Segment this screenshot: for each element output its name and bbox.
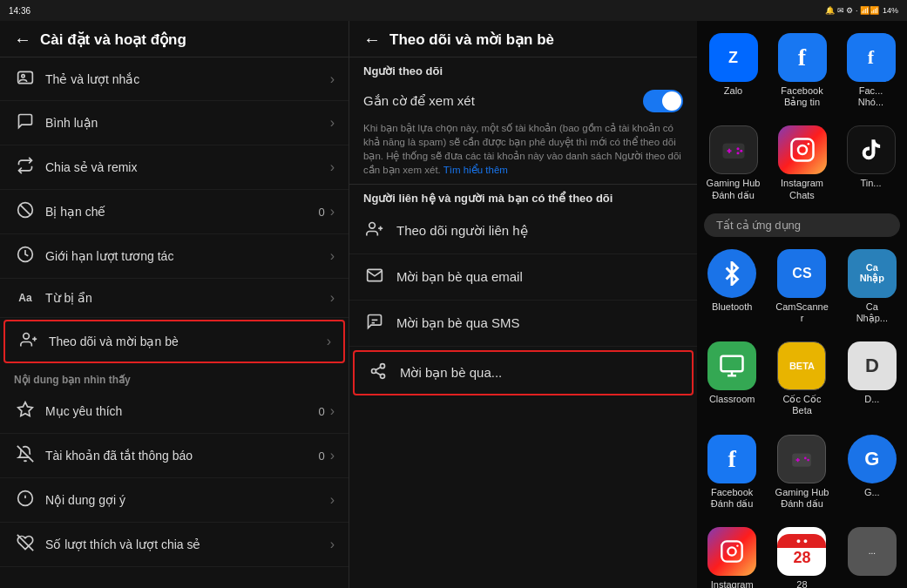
bottom-menu-item-muc-yeu-thich[interactable]: Mục yêu thích 0 › xyxy=(0,389,349,434)
muc-yeu-thich-label: Mục yêu thích xyxy=(45,404,318,418)
svg-point-1 xyxy=(22,75,24,78)
bottom-menu-item-so-luot-thich[interactable]: Số lượt thích và lượt chia sẻ › xyxy=(0,523,349,567)
bottom-menu-item-tat-thong-bao[interactable]: Tài khoản đã tắt thông báo 0 › xyxy=(0,434,349,478)
chia-se-label: Chia sẻ và remix xyxy=(45,160,330,174)
bi-han-che-label: Bị hạn chế xyxy=(45,205,318,219)
back-icon[interactable]: ← xyxy=(14,30,31,50)
app-item-calendar[interactable]: ● ● 28 28 xyxy=(767,518,836,588)
the-label: Thẻ và lượt nhắc xyxy=(45,72,330,86)
app-item-ca-nhap[interactable]: CaNhập CaNhập... xyxy=(837,240,907,333)
svg-point-43 xyxy=(736,544,738,546)
facebook-news-icon: f xyxy=(778,33,827,82)
moi-qua-label: Mời bạn bè qua... xyxy=(400,365,502,381)
app-drawer-panel: Z Zalo f FacebookBảng tin f Fac...Nhó... xyxy=(697,21,907,588)
svg-point-19 xyxy=(381,364,385,368)
moi-email-label: Mời bạn bè qua email xyxy=(396,269,523,285)
icon-moi-email xyxy=(363,267,386,287)
app-item-zalo[interactable]: Z Zalo xyxy=(699,26,768,115)
app-item-facebook-groups[interactable]: f Fac...Nhó... xyxy=(836,26,905,115)
settings-header: ← Cài đặt và hoạt động xyxy=(0,21,349,57)
gaming-label: Gaming HubĐánh dấu xyxy=(707,178,761,200)
icon-the xyxy=(14,69,37,89)
the-chevron: › xyxy=(330,71,335,87)
app-item-facebook2[interactable]: f FacebookĐánh dấu xyxy=(697,426,767,518)
icon-theo-doi xyxy=(17,331,40,352)
app-item-facebook-news[interactable]: f FacebookBảng tin xyxy=(768,26,836,115)
icon-so-luot-thich xyxy=(14,534,37,555)
follow-panel: ← Theo dõi và mời bạn bè Người theo dõi … xyxy=(349,21,697,588)
svg-point-5 xyxy=(24,334,30,340)
app-item-coccoc[interactable]: BETA Cốc CốcBeta xyxy=(767,333,836,425)
svg-point-28 xyxy=(740,150,742,152)
top-menu-item-the[interactable]: Thẻ và lượt nhắc › xyxy=(0,57,349,101)
svg-marker-8 xyxy=(18,402,33,416)
zalo-label: Zalo xyxy=(724,85,742,96)
facebook2-icon: f xyxy=(707,435,756,483)
instagram2-icon xyxy=(707,527,756,576)
learn-more-link[interactable]: Tìm hiểu thêm xyxy=(443,165,508,175)
partial-icon: ... xyxy=(848,527,897,576)
app-item-bluetooth[interactable]: Bluetooth xyxy=(697,240,767,333)
app-item-gaming2[interactable]: Gaming HubĐánh dấu xyxy=(767,426,836,518)
follow-title: Theo dõi và mời bạn bè xyxy=(389,30,554,49)
icon-tat-thong-bao xyxy=(14,445,37,466)
gaming2-label: Gaming HubĐánh dấu xyxy=(775,487,829,510)
facebook2-label: FacebookĐánh dấu xyxy=(711,487,754,510)
app-search-bar: Tất cả ứng dụng xyxy=(704,213,900,237)
svg-rect-41 xyxy=(721,541,741,561)
d-label: D... xyxy=(864,394,879,404)
facebook-groups-icon: f xyxy=(847,33,896,82)
app-item-camscanner[interactable]: CS CamScanner xyxy=(767,240,836,333)
follow-option-moi-sms[interactable]: Mời bạn bè qua SMS xyxy=(349,301,697,347)
app-item-g[interactable]: G G... xyxy=(837,426,907,518)
contact-section-title: Người liên hệ và người mà bạn có thể the… xyxy=(349,184,697,208)
app-item-instagram[interactable]: InstagramChats xyxy=(768,118,836,207)
top-menu-item-binh-luan[interactable]: Bình luận › xyxy=(0,101,349,145)
tin-icon xyxy=(847,125,896,174)
camscanner-icon: CS xyxy=(777,249,826,298)
status-right: 🔔 ✉ ⚙ · 📶📶 14% xyxy=(825,6,898,15)
follow-option-moi-email[interactable]: Mời bạn bè qua email xyxy=(349,254,697,301)
theo-doi-nguoi-lien-he-label: Theo dõi người liên hệ xyxy=(396,223,528,239)
svg-point-20 xyxy=(372,369,376,374)
icon-bi-han-che xyxy=(14,201,37,222)
app-item-d[interactable]: D D... xyxy=(837,333,907,425)
app-grid-main: Bluetooth CS CamScanner CaNhập CaNhập... xyxy=(697,240,907,588)
bottom-menu-item-noi-dung-goi-y[interactable]: Nội dung gợi ý › xyxy=(0,478,349,523)
so-luot-thich-label: Số lượt thích và lượt chia sẻ xyxy=(45,537,330,551)
top-menu-item-bi-han-che[interactable]: Bị hạn chế 0 › xyxy=(0,190,349,234)
coccoc-label: Cốc CốcBeta xyxy=(783,394,822,416)
top-menu-item-gioi-han[interactable]: Giới hạn lượt tương tác › xyxy=(0,234,349,279)
toggle-switch[interactable] xyxy=(643,90,683,112)
follow-option-moi-qua[interactable]: Mời bạn bè qua... xyxy=(353,350,694,395)
gaming-icon xyxy=(709,125,758,174)
svg-point-29 xyxy=(736,152,739,155)
follow-option-theo-doi[interactable]: Theo dõi người liên hệ xyxy=(349,208,697,254)
zalo-icon: Z xyxy=(709,33,758,82)
top-menu-item-chia-se[interactable]: Chia sẻ và remix › xyxy=(0,145,349,190)
g-label: G... xyxy=(864,487,880,497)
g-icon: G xyxy=(848,435,897,483)
icon-chia-se xyxy=(14,157,37,178)
app-item-gaming[interactable]: Gaming HubĐánh dấu xyxy=(699,118,768,207)
app-item-tin[interactable]: Tin... xyxy=(836,118,905,207)
app-item-classroom[interactable]: Classroom xyxy=(697,333,767,425)
follow-back-icon[interactable]: ← xyxy=(363,30,381,50)
toggle-label: Gắn cờ để xem xét xyxy=(363,93,475,109)
d-icon: D xyxy=(848,341,897,390)
bluetooth-icon xyxy=(707,249,756,298)
top-menu-item-theo-doi[interactable]: Theo dõi và mời bạn bè › xyxy=(3,320,345,363)
status-bar: 14:36 🔔 ✉ ⚙ · 📶📶 14% xyxy=(0,0,907,21)
app-item-instagram2[interactable]: Instagram xyxy=(697,518,767,588)
icon-muc-yeu-thich xyxy=(14,401,37,422)
svg-line-22 xyxy=(376,373,381,375)
facebook-news-label: FacebookBảng tin xyxy=(781,85,822,108)
binh-luan-label: Bình luận xyxy=(45,116,330,130)
instagram2-label: Instagram xyxy=(711,579,754,588)
top-menu-item-tu-bi-an[interactable]: Aa Từ bị ẩn › xyxy=(0,279,349,318)
camscanner-label: CamScanner xyxy=(775,301,829,324)
app-item-partial[interactable]: ... xyxy=(837,518,907,588)
svg-point-31 xyxy=(798,145,807,154)
status-time: 14:36 xyxy=(9,6,30,16)
settings-title: Cài đặt và hoạt động xyxy=(40,30,186,49)
